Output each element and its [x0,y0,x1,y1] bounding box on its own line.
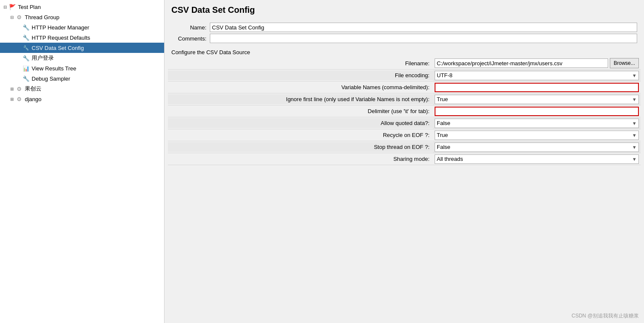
sidebar-label-django: django [25,96,41,102]
top-section: Name: Comments: [165,19,644,47]
config-row-sharing-mode: Sharing mode: All threads ▼ [168,153,641,165]
tree-toggle-thread-group[interactable]: ⊟ [9,15,15,20]
sidebar-label-csv: CSV Data Set Config [32,45,84,51]
sidebar-label-guochuangyun: 果创云 [25,85,41,93]
http-header-icon: 🔧 [22,23,30,31]
sidebar-label-http-header: HTTP Header Manager [32,24,89,31]
sidebar-item-user-login[interactable]: 🔧 用户登录 [0,53,164,63]
user-login-icon: 🔧 [22,54,30,62]
file-encoding-text: UTF-8 [437,72,453,79]
config-row-file-encoding: File encoding: UTF-8 ▼ [168,70,641,81]
stop-thread-eof-label: Stop thread on EOF ?: [168,142,433,152]
delimiter-input[interactable] [435,107,639,116]
file-encoding-value: UTF-8 ▼ [433,70,641,81]
sidebar-item-test-plan[interactable]: ⊟ 🚩 Test Plan [0,2,164,12]
comments-input[interactable] [210,34,637,43]
tree-toggle-debug [15,76,22,81]
guochuangyun-icon: ⚙ [15,85,23,93]
tree-toggle-http-header [15,25,22,30]
stop-thread-eof-text: False [437,144,450,150]
variable-names-label: Variable Names (comma-delimited): [168,82,433,92]
name-input[interactable] [210,23,637,32]
sidebar-item-http-header-manager[interactable]: 🔧 HTTP Header Manager [0,22,164,32]
tree-toggle-http-req [15,35,22,40]
browse-button[interactable]: Browse... [610,58,639,68]
ignore-first-line-arrow: ▼ [632,97,637,102]
filename-value: Browse... [433,57,641,69]
tree-toggle-csv [15,46,22,50]
sidebar-item-http-request-defaults[interactable]: 🔧 HTTP Request Defaults [0,32,164,43]
filename-input[interactable] [435,58,608,68]
config-row-filename: Filename: Browse... [168,57,641,70]
allow-quoted-arrow: ▼ [632,121,637,126]
panel-title: CSV Data Set Config [165,0,644,19]
ignore-first-line-text: True [437,96,448,102]
recycle-eof-value: True ▼ [433,130,641,141]
sharing-mode-text: All threads [437,156,463,162]
debug-sampler-icon: 🔧 [22,75,30,82]
delimiter-label: Delimiter (use '\t' for tab): [168,106,433,116]
comments-label: Comments: [171,35,210,42]
ignore-first-line-value: True ▼ [433,94,641,105]
watermark: CSDN @别追我我有止咳糖浆 [571,312,639,320]
sidebar-item-view-results-tree[interactable]: 📊 View Results Tree [0,63,164,73]
file-encoding-select[interactable]: UTF-8 ▼ [435,71,639,80]
sidebar-item-debug-sampler[interactable]: 🔧 Debug Sampler [0,73,164,84]
sidebar-label-debug: Debug Sampler [32,76,70,82]
file-encoding-label: File encoding: [168,70,433,80]
config-row-recycle-eof: Recycle on EOF ?: True ▼ [168,129,641,141]
config-row-allow-quoted: Allow quoted data?: False ▼ [168,117,641,129]
sidebar: ⊟ 🚩 Test Plan ⊟ ⚙ Thread Group 🔧 HTTP He… [0,0,165,323]
sidebar-item-csv-data-set-config[interactable]: 🔧 CSV Data Set Config [0,43,164,53]
allow-quoted-select[interactable]: False ▼ [435,119,639,128]
ignore-first-line-select[interactable]: True ▼ [435,95,639,104]
comments-row: Comments: [171,34,637,43]
sidebar-label-test-plan: Test Plan [18,4,41,10]
http-request-icon: 🔧 [22,34,30,41]
sidebar-item-guochuangyun[interactable]: ⊞ ⚙ 果创云 [0,84,164,94]
recycle-eof-arrow: ▼ [632,133,637,138]
stop-thread-eof-arrow: ▼ [632,145,637,150]
sharing-mode-arrow: ▼ [632,157,637,162]
config-row-variable-names: Variable Names (comma-delimited): [168,81,641,93]
delimiter-value [433,106,641,117]
allow-quoted-value: False ▼ [433,118,641,129]
variable-names-input[interactable] [435,83,639,92]
allow-quoted-label: Allow quoted data?: [168,118,433,128]
sidebar-label-thread-group: Thread Group [25,14,59,20]
tree-toggle-guochuangyun[interactable]: ⊞ [9,87,15,91]
recycle-eof-select[interactable]: True ▼ [435,131,639,140]
config-row-stop-thread-eof: Stop thread on EOF ?: False ▼ [168,141,641,153]
config-row-delimiter: Delimiter (use '\t' for tab): [168,105,641,117]
variable-names-value [433,82,641,93]
content-panel: CSV Data Set Config Name: Comments: Conf… [165,0,644,323]
stop-thread-eof-select[interactable]: False ▼ [435,143,639,152]
thread-group-icon: ⚙ [15,13,23,21]
tree-toggle-results [15,66,22,71]
recycle-eof-text: True [437,132,448,138]
name-label: Name: [171,24,210,31]
stop-thread-eof-value: False ▼ [433,142,641,153]
django-icon: ⚙ [15,95,23,103]
tree-toggle-django[interactable]: ⊞ [9,97,15,102]
sidebar-item-thread-group[interactable]: ⊟ ⚙ Thread Group [0,12,164,22]
section-title: Configure the CSV Data Source [165,47,644,57]
tree-toggle-user [15,56,22,61]
sidebar-label-user-login: 用户登录 [32,54,54,62]
sharing-mode-value: All threads ▼ [433,154,641,165]
name-row: Name: [171,23,637,32]
recycle-eof-label: Recycle on EOF ?: [168,130,433,140]
sidebar-label-http-request: HTTP Request Defaults [32,35,90,41]
config-row-ignore-first-line: Ignore first line (only used if Variable… [168,93,641,105]
test-plan-icon: 🚩 [9,3,16,11]
sidebar-item-django[interactable]: ⊞ ⚙ django [0,94,164,104]
csv-icon: 🔧 [22,44,30,52]
file-encoding-arrow: ▼ [632,73,637,78]
tree-toggle-test-plan[interactable]: ⊟ [2,5,9,9]
results-tree-icon: 📊 [22,64,30,72]
filename-row: Browse... [435,58,639,68]
sharing-mode-select[interactable]: All threads ▼ [435,154,639,164]
filename-label: Filename: [168,58,433,68]
ignore-first-line-label: Ignore first line (only used if Variable… [168,94,433,104]
sharing-mode-label: Sharing mode: [168,154,433,164]
